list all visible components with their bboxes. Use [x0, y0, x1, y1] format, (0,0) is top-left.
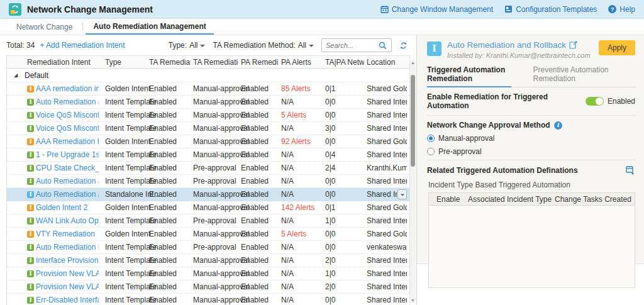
ta-method-filter-dropdown[interactable]: TA Remediation Method: All — [213, 41, 314, 50]
top-nav: Change Window Management Configuration T… — [380, 5, 635, 14]
radio-selected-icon[interactable] — [427, 135, 435, 142]
group-row-default[interactable]: ◢ Default — [7, 69, 409, 82]
pa-alerts-cell[interactable]: N/A — [279, 282, 323, 291]
type-filter-dropdown[interactable]: Type: All — [169, 41, 206, 50]
pa-alerts-cell[interactable]: N/A — [279, 190, 323, 199]
intent-name-link[interactable]: Err-Disabled Interface Ch... — [36, 296, 99, 304]
table-row[interactable]: I Auto Remediation and Ro... Intent Temp… — [7, 96, 409, 109]
scrollbar-thumb[interactable] — [411, 75, 415, 167]
pa-alerts-cell[interactable]: N/A — [279, 177, 323, 186]
calendar-icon — [380, 5, 389, 13]
pa-alerts-cell[interactable]: 85 Alerts — [279, 84, 323, 93]
table-row[interactable]: I AAA remediation interface Golden Inten… — [7, 82, 409, 96]
intent-name-link[interactable]: Provision New VLAN and ... — [36, 269, 99, 278]
location-label: Shared Golden... — [367, 230, 407, 238]
change-window-management-link[interactable]: Change Window Management — [380, 5, 493, 14]
scroll-up-arrow[interactable]: ▲ — [410, 60, 416, 66]
table-row[interactable]: I Err-Disabled Interface Ch... Intent Te… — [7, 294, 409, 305]
pa-alerts-cell[interactable]: N/A — [279, 164, 323, 172]
intent-name-link[interactable]: Provision New VLAN — [36, 282, 99, 291]
table-row[interactable]: I Voice QoS Misconfigurati... Intent Tem… — [7, 122, 409, 135]
table-row[interactable]: I Auto Remediation Demo Intent Template … — [7, 241, 409, 254]
collapse-triangle-icon[interactable]: ◢ — [7, 72, 25, 78]
pa-alerts-cell[interactable]: N/A — [279, 269, 323, 278]
open-document-icon[interactable] — [569, 41, 577, 49]
column-type[interactable]: Type — [103, 58, 147, 67]
pa-remediation-cell: Enabled — [238, 269, 279, 278]
intent-name-link[interactable]: CPU State Check_SNOW — [36, 164, 99, 172]
pa-alerts-cell[interactable]: 5 Alerts — [279, 230, 323, 238]
radio-unselected-icon[interactable] — [427, 148, 435, 155]
intent-name-link[interactable]: AAA Remediation Intent - ... — [36, 137, 99, 146]
help-link[interactable]: ? Help — [608, 5, 635, 14]
intent-name-link[interactable]: VTY Remediation — [36, 230, 95, 238]
column-pa-alerts[interactable]: PA Alerts — [279, 58, 323, 67]
scroll-down-arrow[interactable]: ▼ — [410, 297, 416, 304]
table-row[interactable]: I AAA Remediation Intent - ... Golden In… — [7, 135, 409, 148]
intent-name-link[interactable]: 1 - Pre Upgrade 1st - Valid... — [36, 150, 99, 159]
pa-alerts-cell[interactable]: 5 Alerts — [279, 111, 323, 119]
column-pa-remediation[interactable]: PA Remediatio... — [238, 58, 279, 67]
enable-remediation-toggle[interactable] — [586, 97, 604, 106]
tapa-network-cell: 1|0 — [323, 216, 364, 225]
manual-approval-option[interactable]: Manual-approval — [427, 134, 635, 143]
pa-alerts-cell[interactable]: N/A — [279, 124, 323, 133]
pre-approval-option[interactable]: Pre-approval — [427, 147, 635, 156]
table-scrollbar[interactable]: ▲ ▼ — [410, 60, 416, 304]
panel-header: I Auto Remediation and Rollback Installe… — [427, 40, 635, 59]
ta-method-cell: Manual-approval — [191, 124, 238, 133]
location-dropdown-button[interactable] — [397, 189, 407, 199]
remediation-intent-cell: I Interface Provisioning Util... — [25, 256, 103, 265]
pa-alerts-cell[interactable]: N/A — [279, 256, 323, 265]
tab-network-change[interactable]: Network Change — [9, 19, 80, 35]
intent-name-link[interactable]: Auto Remediation and Ro... — [36, 190, 99, 199]
intent-name-link[interactable]: Auto Remediation and Ro... — [36, 97, 99, 106]
tab-triggered-automation-remediation[interactable]: Triggered Automation Remediation — [427, 65, 511, 87]
pa-alerts-cell[interactable]: 142 Alerts — [279, 203, 323, 212]
search-icon[interactable] — [379, 42, 387, 50]
table-row[interactable]: I Voice QoS Misconfigurati... Intent Tem… — [7, 109, 409, 122]
column-ta-remediation-method[interactable]: TA Remediatio... — [191, 58, 238, 67]
table-row[interactable]: I VTY Remediation Golden Intent Enabled … — [7, 228, 409, 241]
location-label: Shared Intents... — [367, 124, 407, 133]
pa-alerts-cell[interactable]: N/A — [279, 97, 323, 106]
column-ta-remediation[interactable]: TA Remediatio... — [147, 58, 191, 67]
intent-name-link[interactable]: Voice QoS Misconfigurati... — [36, 124, 99, 133]
manual-approval-label: Manual-approval — [438, 134, 494, 143]
tab-preventive-automation-remediation[interactable]: Preventive Automation Remediation — [533, 65, 614, 87]
info-icon[interactable]: i — [554, 121, 562, 130]
search-box[interactable] — [321, 38, 392, 52]
intent-name-link[interactable]: AAA remediation interface — [36, 84, 99, 93]
table-row[interactable]: I Golden Intent 2 Golden Intent Enabled … — [7, 201, 409, 214]
intent-name-link[interactable]: Auto Remediation Demo — [36, 243, 99, 252]
pa-alerts-cell[interactable]: 92 Alerts — [279, 137, 323, 146]
column-remediation-intent[interactable]: Remediation Intent — [25, 58, 103, 67]
table-row[interactable]: I Auto Remediation and Ro... Intent Temp… — [7, 175, 409, 188]
column-location[interactable]: Location — [364, 58, 409, 67]
pa-alerts-cell[interactable]: N/A — [279, 296, 323, 304]
configuration-templates-link[interactable]: Configuration Templates — [504, 5, 597, 14]
pa-alerts-cell[interactable]: N/A — [279, 243, 323, 252]
search-input[interactable] — [326, 42, 379, 49]
pa-alerts-cell[interactable]: N/A — [279, 216, 323, 225]
table-row[interactable]: I 1 - Pre Upgrade 1st - Valid... Intent … — [7, 148, 409, 162]
intent-name-link[interactable]: Voice QoS Misconfigurati... — [36, 111, 99, 119]
intent-name-link[interactable]: WAN Link Auto Optimizati... — [36, 216, 99, 225]
column-tapa-network[interactable]: TA|PA Networ... — [323, 58, 364, 67]
table-row[interactable]: I Interface Provisioning Util... Intent … — [7, 254, 409, 267]
add-remediation-intent-button[interactable]: + Add Remediation Intent — [40, 41, 125, 50]
tab-auto-remediation-management[interactable]: Auto Remediation Management — [86, 19, 213, 35]
intent-name-link[interactable]: Golden Intent 2 — [36, 203, 87, 212]
intent-name-link[interactable]: Interface Provisioning Util... — [36, 256, 99, 265]
table-row[interactable]: I Provision New VLAN and ... Intent Temp… — [7, 267, 409, 280]
table-row[interactable]: I WAN Link Auto Optimizati... Intent Tem… — [7, 214, 409, 228]
pa-alerts-cell[interactable]: N/A — [279, 150, 323, 159]
ta-method-cell: Pre-approval — [191, 177, 238, 186]
table-row[interactable]: I Auto Remediation and Ro... Standalone … — [7, 188, 409, 201]
intent-name-link[interactable]: Auto Remediation and Ro... — [36, 177, 99, 186]
table-row[interactable]: I CPU State Check_SNOW Intent Template E… — [7, 162, 409, 175]
apply-button[interactable]: Apply — [599, 40, 635, 55]
table-row[interactable]: I Provision New VLAN Intent Template Ena… — [7, 280, 409, 294]
add-definition-icon[interactable] — [626, 166, 635, 175]
refresh-icon[interactable] — [399, 42, 408, 50]
